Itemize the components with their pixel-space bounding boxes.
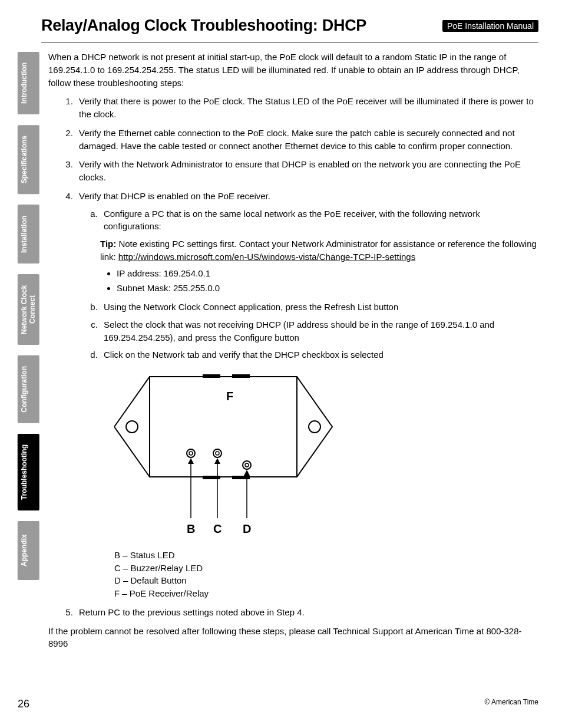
intro-paragraph: When a DHCP network is not present at in…: [48, 51, 538, 89]
tab-specifications[interactable]: Specifications: [18, 125, 39, 194]
tab-troubleshooting[interactable]: Troubleshooting: [18, 434, 39, 510]
page-footer: 26 © American Time: [18, 698, 538, 710]
svg-point-12: [245, 463, 249, 467]
tab-appendix[interactable]: Appendix: [18, 521, 39, 580]
svg-marker-18: [244, 470, 250, 476]
step-1: Verify that there is power to the PoE cl…: [75, 95, 538, 121]
header-rule: [41, 42, 538, 42]
step-3: Verify with the Network Administrator to…: [75, 158, 538, 184]
bullet-ip: IP address: 169.254.0.1: [117, 267, 538, 280]
step-4b: Using the Network Clock Connect applicat…: [100, 301, 538, 314]
tip-paragraph: Tip: Note existing PC settings first. Co…: [100, 238, 538, 263]
step-2: Verify the Ethernet cable connection to …: [75, 127, 538, 153]
bullet-mask: Subnet Mask: 255.255.0.0: [117, 282, 538, 295]
legend-b: B – Status LED: [114, 549, 538, 562]
svg-point-8: [189, 452, 193, 455]
diagram-label-b: B: [187, 522, 195, 535]
tab-introduction[interactable]: Introduction: [18, 52, 39, 114]
svg-rect-1: [203, 374, 220, 378]
tip-label: Tip:: [100, 239, 116, 249]
step-4-text: Verify that DHCP is enabled on the PoE r…: [79, 191, 270, 201]
svg-rect-2: [232, 374, 250, 378]
closing-paragraph: If the problem cannot be resolved after …: [48, 625, 538, 651]
svg-marker-14: [188, 458, 194, 464]
legend-c: C – Buzzer/Relay LED: [114, 562, 538, 575]
tab-installation[interactable]: Installation: [18, 205, 39, 263]
tab-configuration[interactable]: Configuration: [18, 355, 39, 423]
diagram-label-f: F: [226, 390, 233, 403]
copyright: © American Time: [484, 698, 538, 710]
step-5: Return PC to the previous settings noted…: [75, 606, 538, 619]
legend-d: D – Default Button: [114, 574, 538, 587]
svg-point-11: [243, 461, 251, 469]
svg-point-9: [213, 449, 222, 457]
step-4: Verify that DHCP is enabled on the PoE r…: [75, 190, 538, 600]
side-tabs: Introduction Specifications Installation…: [18, 52, 39, 580]
page-title: Relay/Analog Clock Troubleshooting: DHCP: [41, 17, 366, 35]
tip-link[interactable]: http://windows.microsoft.com/en-US/windo…: [118, 252, 415, 262]
steps-list: Verify that there is power to the PoE cl…: [48, 95, 538, 618]
page-number: 26: [18, 698, 29, 710]
step-4c: Select the clock that was not receiving …: [100, 318, 538, 344]
diagram-label-d: D: [243, 522, 251, 535]
step-4d: Click on the Network tab and verify that…: [100, 348, 538, 361]
content-body: When a DHCP network is not present at in…: [48, 51, 538, 650]
svg-point-7: [187, 449, 195, 457]
svg-rect-0: [150, 377, 297, 477]
manual-badge: PoE Installation Manual: [442, 20, 538, 32]
diagram-label-c: C: [213, 522, 222, 535]
svg-point-10: [216, 452, 219, 455]
svg-marker-16: [214, 458, 220, 464]
step-4a: Configure a PC that is on the same local…: [100, 207, 538, 233]
svg-point-6: [309, 421, 320, 433]
tab-network-clock-connect[interactable]: Network Clock Connect: [18, 274, 39, 345]
svg-point-5: [126, 421, 138, 433]
diagram-legend: B – Status LED C – Buzzer/Relay LED D – …: [114, 549, 538, 600]
diagram: F B C D: [114, 371, 538, 545]
legend-f: F – PoE Receiver/Relay: [114, 587, 538, 600]
